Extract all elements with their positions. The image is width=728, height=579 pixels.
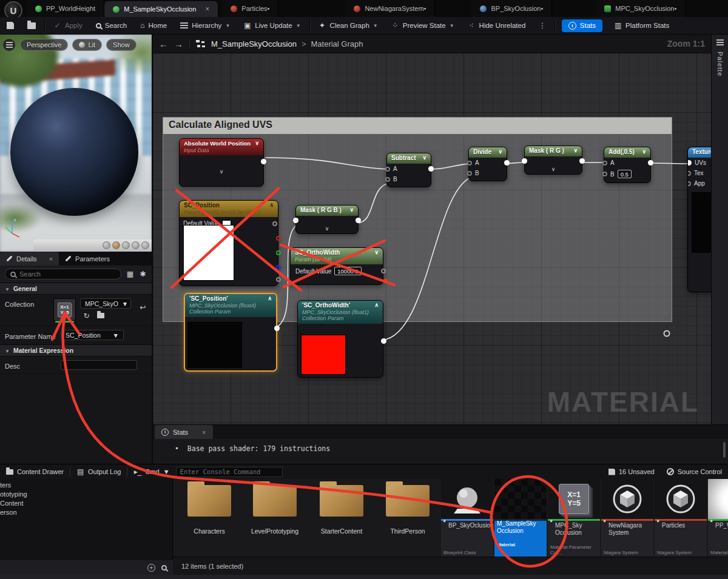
tree-item-fragment[interactable]: ototyping bbox=[0, 490, 172, 499]
tab-mpc-skyocclusion[interactable]: MPC_SkyOcclusion• bbox=[596, 0, 686, 17]
cylinder-shape-button[interactable] bbox=[103, 241, 110, 249]
node-sc-orthowidth-collection[interactable]: 'SC_OrthoWidth'MPC_SkyOcclusion (float1)… bbox=[297, 300, 383, 378]
hierarchy-button[interactable]: Hierarchy▼ bbox=[174, 17, 237, 34]
output-pin[interactable] bbox=[381, 269, 386, 273]
sphere-shape-button[interactable] bbox=[112, 241, 120, 249]
tab-m-sampleskyocclusion[interactable]: M_SampleSkyOcclusion × bbox=[104, 1, 218, 17]
tree-item-fragment[interactable]: erson bbox=[0, 508, 172, 517]
asset-m-sampleskyocclusion[interactable]: M_SampleSky Occlusion Material bbox=[494, 479, 547, 557]
chevron-down-icon[interactable]: ∨ bbox=[180, 168, 263, 176]
console-command-input[interactable] bbox=[176, 467, 283, 477]
tab-particles[interactable]: Particles• bbox=[222, 0, 278, 17]
use-selected-icon[interactable]: ↻ bbox=[83, 312, 90, 320]
output-pin-g[interactable] bbox=[276, 250, 281, 255]
cube-shape-button[interactable] bbox=[132, 241, 140, 249]
input-pin-app[interactable] bbox=[687, 181, 691, 186]
chevron-down-icon[interactable]: ∨ bbox=[525, 166, 582, 174]
scrollbar-thumb[interactable] bbox=[723, 442, 726, 458]
input-pin[interactable] bbox=[522, 158, 527, 164]
input-pin-tex[interactable] bbox=[687, 171, 691, 176]
back-arrow-icon[interactable]: ← bbox=[159, 39, 168, 49]
save-button[interactable] bbox=[0, 17, 21, 34]
tree-item-fragment[interactable]: Content bbox=[0, 499, 172, 508]
forward-arrow-icon[interactable]: → bbox=[174, 39, 183, 49]
add-zoom-icon[interactable]: + bbox=[147, 564, 155, 572]
material-graph-canvas[interactable]: Calculate Aligned UVS MATERIAL Absolute … bbox=[153, 35, 711, 424]
asset-folder-levelprototyping[interactable]: LevelPrototyping bbox=[242, 479, 308, 557]
input-pin-a[interactable] bbox=[602, 161, 607, 166]
details-search-input[interactable]: Search bbox=[5, 269, 121, 279]
tab-details[interactable]: Details × bbox=[0, 252, 59, 266]
content-drawer-button[interactable]: Content Drawer bbox=[0, 464, 70, 479]
gear-icon[interactable]: ✱ bbox=[139, 270, 147, 278]
browse-to-asset-icon[interactable] bbox=[96, 312, 104, 320]
lit-mode-button[interactable]: Lit bbox=[72, 39, 102, 51]
collection-dropdown[interactable]: MPC_SkyO ▼ bbox=[80, 298, 131, 309]
node-divide[interactable]: Divide∨ A B bbox=[468, 147, 507, 181]
plane-shape-button[interactable] bbox=[122, 241, 130, 249]
close-icon[interactable]: × bbox=[49, 255, 53, 263]
breadcrumb-graph[interactable]: Material Graph bbox=[311, 39, 363, 49]
show-menu-button[interactable]: Show bbox=[106, 39, 136, 51]
source-control-button[interactable]: Source Control bbox=[661, 468, 728, 475]
asset-folder-startercontent[interactable]: StarterContent bbox=[309, 479, 374, 557]
close-tab-icon[interactable]: × bbox=[205, 5, 209, 13]
output-pin-a[interactable] bbox=[276, 277, 281, 282]
home-button[interactable]: ⌂Home bbox=[133, 17, 174, 34]
input-pin-b[interactable] bbox=[602, 172, 607, 176]
node-subtract[interactable]: Subtract∨ A B bbox=[386, 153, 431, 187]
node-texture-sample[interactable]: Texture UVs Tex App bbox=[687, 147, 711, 292]
asset-particles[interactable]: * Particles Niagara System bbox=[655, 479, 707, 557]
node-mask-rg[interactable]: Mask ( R G )∨ ∨ bbox=[524, 146, 582, 175]
asset-folder-thirdperson[interactable]: ThirdPerson bbox=[376, 479, 440, 557]
perspective-button[interactable]: Perspective bbox=[20, 39, 68, 51]
tab-pp-worldheight[interactable]: PP_WorldHeight bbox=[27, 0, 104, 17]
node-mask-rgb[interactable]: Mask ( R G B )∨ ∨ bbox=[295, 205, 359, 234]
toolbar-overflow-button[interactable]: ⋮ bbox=[532, 17, 553, 34]
node-absolute-world-position[interactable]: Absolute World PositionInput Data∨ ∨ bbox=[179, 138, 264, 187]
output-log-button[interactable]: ▤Output Log bbox=[70, 464, 127, 479]
search-button[interactable]: Search bbox=[89, 17, 133, 34]
hide-unrelated-button[interactable]: ⁖Hide Unrelated bbox=[461, 17, 533, 34]
platform-stats-button[interactable]: ▥Platform Stats bbox=[607, 17, 676, 34]
live-update-button[interactable]: ▣Live Update▼ bbox=[237, 17, 307, 34]
node-sc-position-param[interactable]: SC_PositionParam (2e+03,2e+03,2e+03,...)… bbox=[179, 200, 278, 286]
tab-newniagarasystem[interactable]: NewNiagaraSystem• bbox=[345, 0, 435, 17]
input-pin-a[interactable] bbox=[385, 167, 390, 172]
stats-toggle-button[interactable]: iStats bbox=[562, 19, 602, 32]
browse-asset-button[interactable] bbox=[21, 17, 42, 34]
reset-to-default-icon[interactable]: ↩ bbox=[139, 303, 147, 311]
node-add[interactable]: Add(,0.5)∨ A B0.5 bbox=[604, 147, 651, 183]
apply-button[interactable]: ✓Apply bbox=[47, 17, 89, 34]
b-value-box[interactable]: 0.5 bbox=[618, 170, 632, 178]
output-pin-r[interactable] bbox=[276, 236, 281, 241]
output-pin[interactable] bbox=[274, 326, 280, 331]
unsaved-indicator[interactable]: 16 Unsaved bbox=[602, 468, 661, 475]
output-pin[interactable] bbox=[648, 160, 653, 166]
input-pin-a[interactable] bbox=[467, 161, 472, 166]
chevron-down-icon[interactable]: ∨ bbox=[296, 225, 358, 233]
comment-resize-handle[interactable] bbox=[664, 314, 670, 320]
tree-item-fragment[interactable]: ters bbox=[0, 481, 172, 490]
tab-parameters[interactable]: Parameters bbox=[59, 252, 116, 266]
output-pin[interactable] bbox=[428, 166, 434, 172]
unreal-logo[interactable]: U bbox=[0, 0, 27, 17]
close-icon[interactable]: × bbox=[202, 429, 206, 436]
asset-mpc-skyocclusion[interactable]: X=1Y=5 * MPC_Sky Occlusion Material Para… bbox=[548, 479, 600, 557]
palette-side-tab[interactable]: Palette bbox=[711, 35, 728, 424]
output-pin[interactable] bbox=[356, 218, 361, 223]
input-pin-b[interactable] bbox=[467, 171, 472, 176]
output-pin[interactable] bbox=[504, 160, 510, 166]
clean-graph-button[interactable]: ✦Clean Graph▼ bbox=[312, 17, 385, 34]
default-value-box[interactable]: 10000.0 bbox=[334, 267, 361, 275]
desc-input[interactable] bbox=[61, 360, 137, 370]
asset-newniagarasystem[interactable]: * NewNiagara System Niagara System bbox=[601, 479, 653, 557]
parameter-name-dropdown[interactable]: SC_Position ▼ bbox=[61, 330, 124, 340]
input-pin-uvs[interactable] bbox=[687, 160, 692, 166]
output-pin[interactable] bbox=[381, 338, 386, 344]
asset-folder-characters[interactable]: Characters bbox=[178, 479, 241, 557]
input-pin[interactable] bbox=[293, 218, 298, 223]
collection-thumbnail[interactable]: X=1Y=5 bbox=[53, 298, 76, 321]
node-sc-orthowidth-param[interactable]: SC_OrthoWidthParam (1e+04)∨ Default Valu… bbox=[290, 247, 383, 285]
breadcrumb-asset[interactable]: M_SampleSkyOcclusion bbox=[211, 39, 297, 49]
